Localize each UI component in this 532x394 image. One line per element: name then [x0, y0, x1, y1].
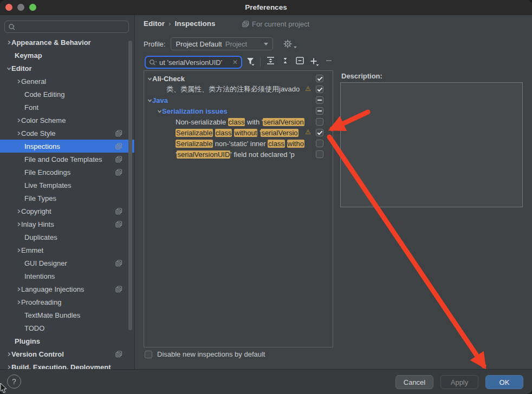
sidebar-item-emmet[interactable]: Emmet [0, 244, 134, 257]
sidebar-item-editor[interactable]: Editor [0, 62, 134, 75]
inspection-search-input[interactable]: ut 'serialVersionUID' ✕ [145, 56, 242, 69]
copy-icon [115, 351, 122, 358]
tree-row-non-serializable-class-with[interactable]: Non-serializable class with 'serialVersi… [144, 116, 364, 127]
sidebar-item-live-templates[interactable]: Live Templates [0, 179, 134, 192]
sidebar-item-plugins[interactable]: Plugins [0, 334, 134, 347]
search-icon [8, 23, 17, 30]
chevron-right-icon [7, 365, 11, 370]
sidebar-item-inlay-hints[interactable]: Inlay Hints [0, 218, 134, 231]
sidebar-item-proofreading[interactable]: Proofreading [0, 296, 134, 308]
match-highlight: serialVersionUID [177, 150, 230, 159]
chevron-spacer [16, 183, 21, 188]
ok-button[interactable]: OK [485, 375, 523, 389]
sidebar-item-intentions[interactable]: Intentions [0, 270, 134, 283]
warning-icon: ⚠ [305, 85, 311, 93]
disable-new-inspections-label: Disable new inspections by default [157, 350, 265, 358]
sidebar-item-label: Editor [11, 64, 32, 73]
sidebar-item-code-editing[interactable]: Code Editing [0, 88, 134, 101]
sidebar-item-copyright[interactable]: Copyright [0, 205, 134, 218]
sidebar-item-textmate-bundles[interactable]: TextMate Bundles [0, 308, 134, 321]
sidebar-item-color-scheme[interactable]: Color Scheme [0, 114, 134, 127]
sidebar-item-label: Live Templates [24, 181, 71, 189]
sidebar-item-font[interactable]: Font [0, 101, 134, 114]
disable-new-inspections-row: Disable new inspections by default [145, 350, 265, 358]
chevron-right-icon [16, 209, 21, 214]
sidebar-item-inspections[interactable]: Inspections [0, 140, 134, 153]
sidebar-item-version-control[interactable]: Version Control [0, 347, 134, 360]
tree-row-serialversionuid-field-not[interactable]: 'serialVersionUID' field not declared 'p [144, 149, 364, 160]
sidebar-item-todo[interactable]: TODO [0, 321, 134, 334]
tree-row-serialization-issues[interactable]: Serialization issues [144, 106, 346, 116]
chevron-spacer [16, 92, 21, 97]
chevron-right-icon [16, 300, 21, 305]
copy-icon [115, 143, 122, 150]
sidebar-item-file-encodings[interactable]: File Encodings [0, 166, 134, 179]
match-highlight: Serializable [176, 129, 213, 137]
tree-item-label: 类、类属性、类方法的注释必须使用javado [166, 84, 300, 94]
chevron-spacer [7, 53, 11, 58]
breadcrumb-inspections: Inspections [175, 19, 216, 28]
inspection-checkbox[interactable] [316, 107, 323, 115]
tree-group-label: Serialization issues [162, 107, 228, 115]
sidebar-item-duplicates[interactable]: Duplicates [0, 231, 134, 244]
collapse-all-button[interactable] [281, 56, 290, 67]
plain-text [285, 140, 287, 148]
sidebar-search-input[interactable] [4, 21, 129, 33]
tree-row-serializable-class-without[interactable]: Serializable class without 'serialVersio… [144, 127, 364, 138]
inspection-checkbox[interactable] [316, 86, 323, 93]
sidebar-item-label: Intentions [24, 272, 55, 280]
copy-icon [115, 221, 122, 228]
profile-suffix: Project [225, 40, 261, 48]
help-button[interactable]: ? [7, 375, 21, 389]
tree-row-ali-check[interactable]: Ali-Check [144, 73, 336, 84]
sidebar-item-file-and-code-templates[interactable]: File and Code Templates [0, 153, 134, 166]
sidebar-item-label: TODO [24, 324, 44, 332]
sidebar-item-file-types[interactable]: File Types [0, 192, 134, 205]
match-highlight: class [215, 129, 232, 137]
sidebar-item-build-execution-deployment[interactable]: Build, Execution, Deployment [0, 360, 134, 369]
description-label: Description: [341, 72, 382, 80]
sidebar-item-label: Duplicates [24, 233, 57, 241]
sidebar-item-general[interactable]: General [0, 75, 134, 88]
inspection-checkbox[interactable] [316, 118, 323, 126]
inspection-checkbox[interactable] [316, 75, 323, 82]
tree-row-serializable-non-static-inn[interactable]: Serializable non-'static' inner class wi… [144, 138, 364, 149]
match-highlight: witho [287, 140, 304, 148]
plain-text: 类、类属性、类方法的注释必须使用javado [166, 85, 300, 93]
tree-row-java[interactable]: Java [144, 95, 336, 106]
copy-icon-wrap [115, 221, 122, 229]
profile-settings-button[interactable] [283, 39, 297, 49]
clear-search-icon[interactable]: ✕ [232, 58, 238, 66]
disable-new-inspections-checkbox[interactable] [145, 351, 152, 358]
tree-row-javado[interactable]: 类、类属性、类方法的注释必须使用javado⚠ [144, 84, 355, 95]
inspection-checkbox[interactable] [316, 150, 323, 158]
add-inspection-button[interactable] [310, 57, 320, 67]
profile-select[interactable]: Project Default Project [171, 37, 273, 50]
cancel-button[interactable]: Cancel [395, 375, 433, 389]
sidebar-scrollbar[interactable] [128, 41, 132, 330]
inspection-checkbox[interactable] [316, 96, 323, 104]
chevron-spacer [16, 261, 21, 266]
plus-icon [310, 57, 320, 67]
sidebar-item-keymap[interactable]: Keymap [0, 49, 134, 62]
sidebar-item-label: General [21, 77, 46, 86]
inspection-checkbox[interactable] [316, 129, 323, 136]
sidebar-item-label: Font [24, 103, 38, 111]
sidebar-item-label: TextMate Bundles [24, 311, 80, 319]
expand-all-button[interactable] [266, 56, 275, 67]
search-query-text: ut 'serialVersionUID' [159, 58, 230, 67]
filter-button[interactable] [246, 57, 255, 66]
profile-value: Project Default [176, 40, 222, 48]
breadcrumb: Editor›Inspections [144, 19, 216, 28]
copy-icon-wrap [115, 260, 122, 268]
tree-item-label: Serializable non-'static' inner class wi… [176, 140, 304, 148]
sidebar-item-code-style[interactable]: Code Style [0, 127, 134, 140]
inspection-checkbox[interactable] [316, 140, 323, 147]
match-highlight: without [234, 129, 257, 137]
breadcrumb-editor[interactable]: Editor [144, 19, 165, 28]
sidebar-item-appearance-behavior[interactable]: Appearance & Behavior [0, 36, 134, 49]
sidebar-item-language-injections[interactable]: Language Injections [0, 283, 134, 296]
sidebar-item-label: File Types [24, 194, 56, 202]
reset-filter-button[interactable] [295, 56, 304, 67]
sidebar-item-gui-designer[interactable]: GUI Designer [0, 257, 134, 270]
